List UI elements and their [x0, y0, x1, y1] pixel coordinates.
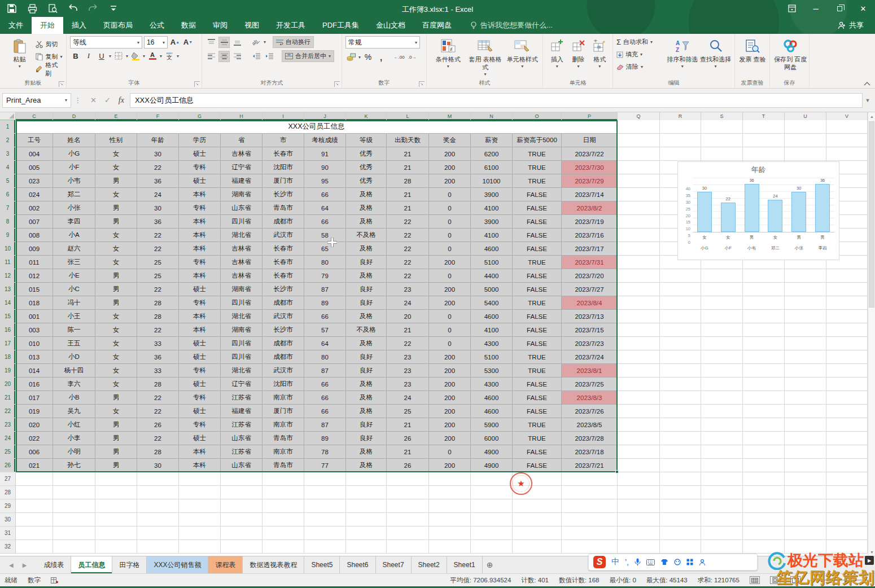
cell[interactable]: 019 [16, 405, 53, 418]
cell[interactable] [346, 499, 387, 513]
cell[interactable]: 77 [304, 459, 346, 472]
zoom-slider[interactable] [820, 580, 870, 581]
cell[interactable]: 014 [16, 364, 53, 378]
cell[interactable]: 200 [429, 161, 471, 174]
cell[interactable]: 200 [429, 296, 471, 310]
cell[interactable] [346, 526, 387, 540]
font-dialog-launcher[interactable] [194, 81, 200, 87]
row-header[interactable]: 9 [0, 229, 16, 242]
cell[interactable] [743, 283, 785, 296]
cell[interactable]: 男 [95, 283, 137, 296]
cell[interactable] [429, 526, 471, 540]
cell[interactable] [618, 215, 660, 229]
cell[interactable] [387, 499, 429, 513]
row-header[interactable]: 32 [0, 540, 16, 554]
cell[interactable]: 2023/7/29 [562, 174, 618, 188]
cell[interactable] [618, 445, 660, 459]
cell[interactable]: FALSE [513, 188, 562, 201]
cell[interactable] [262, 499, 304, 513]
cell[interactable]: 男 [95, 269, 137, 283]
decrease-indent-icon[interactable] [251, 51, 262, 62]
cell[interactable]: TRUE [513, 364, 562, 378]
ime-emoji-icon[interactable] [674, 559, 681, 565]
cell[interactable]: 4900 [471, 445, 513, 459]
cell[interactable]: 79 [304, 269, 346, 283]
cell[interactable]: 36 [137, 215, 179, 229]
cell[interactable]: 4300 [471, 337, 513, 350]
quick-print-icon[interactable] [26, 2, 38, 15]
cell[interactable]: 65 [304, 242, 346, 256]
cell[interactable]: 22 [137, 229, 179, 242]
cell[interactable]: 23 [387, 350, 429, 364]
cell[interactable]: 200 [429, 432, 471, 445]
menu-tab[interactable]: 开发工具 [268, 17, 314, 34]
cell[interactable] [262, 513, 304, 526]
tell-me-box[interactable]: 告诉我您想要做什么... [470, 17, 553, 34]
column-header[interactable]: D [53, 112, 95, 120]
cell[interactable] [618, 337, 660, 350]
cell[interactable]: 专科 [179, 256, 221, 269]
cell[interactable] [346, 513, 387, 526]
cell[interactable] [618, 229, 660, 242]
cell[interactable]: 33 [137, 364, 179, 378]
format-as-table-button[interactable]: 套用 表格格式▾ [466, 36, 505, 80]
cell[interactable] [826, 310, 868, 323]
table-header-cell[interactable]: 考核成绩 [304, 134, 346, 147]
cell[interactable]: 及格 [346, 459, 387, 472]
autosum-button[interactable]: Σ 自动求和▾ [616, 36, 666, 48]
cell[interactable] [16, 499, 53, 513]
cell[interactable]: 200 [429, 378, 471, 391]
row-header[interactable]: 16 [0, 323, 16, 337]
cell[interactable]: 青岛市 [262, 432, 304, 445]
align-right-icon[interactable] [231, 51, 243, 62]
cell[interactable] [618, 513, 660, 526]
cell[interactable]: 005 [16, 161, 53, 174]
column-header[interactable]: U [785, 112, 826, 120]
cell[interactable]: TRUE [513, 256, 562, 269]
cell[interactable]: 2023/7/28 [562, 432, 618, 445]
menu-tab[interactable]: 文件 [0, 17, 32, 34]
cell[interactable] [618, 499, 660, 513]
cell[interactable] [221, 513, 262, 526]
cell[interactable] [95, 513, 137, 526]
cell[interactable] [387, 540, 429, 554]
cell[interactable] [743, 472, 785, 486]
table-header-cell[interactable]: 薪资高于5000 [513, 134, 562, 147]
cell[interactable]: 23 [387, 283, 429, 296]
cell[interactable] [701, 513, 743, 526]
cell[interactable]: 017 [16, 391, 53, 405]
cell[interactable]: 吉林省 [221, 242, 262, 256]
sheet-tab[interactable]: Sheet2 [412, 556, 447, 573]
align-left-icon[interactable] [205, 51, 217, 62]
cell[interactable]: 湖北省 [221, 364, 262, 378]
cell[interactable]: 男 [95, 201, 137, 215]
cell[interactable]: 优秀 [346, 161, 387, 174]
cell[interactable]: 28 [137, 378, 179, 391]
decrease-decimal-icon[interactable]: .0→ [406, 51, 418, 63]
cell[interactable]: 专科 [179, 296, 221, 310]
cell[interactable]: 厦门市 [262, 174, 304, 188]
cell[interactable]: 山东省 [221, 459, 262, 472]
column-header[interactable]: M [429, 112, 471, 120]
cell[interactable]: TRUE [513, 147, 562, 161]
cell[interactable]: 良好 [346, 283, 387, 296]
cell[interactable]: 长沙市 [262, 283, 304, 296]
format-cells-button[interactable]: 格式▾ [589, 36, 610, 80]
cell[interactable]: 男 [95, 174, 137, 188]
font-size-combo[interactable]: 16▾ [144, 36, 168, 49]
bottom-align-icon[interactable] [231, 37, 243, 48]
cell[interactable] [618, 174, 660, 188]
cell[interactable]: 200 [429, 256, 471, 269]
save-icon[interactable] [6, 2, 18, 15]
clear-button[interactable]: 清除▾ [616, 61, 666, 73]
cell[interactable]: 小韦 [53, 174, 95, 188]
cell[interactable]: 4100 [471, 323, 513, 337]
cell[interactable] [16, 472, 53, 486]
cell[interactable]: 辽宁省 [221, 161, 262, 174]
cell[interactable]: 女 [95, 378, 137, 391]
cell[interactable]: 及格 [346, 269, 387, 283]
cell[interactable]: 22 [387, 256, 429, 269]
cell[interactable]: 5400 [471, 296, 513, 310]
cell[interactable]: 武汉市 [262, 364, 304, 378]
cell[interactable] [826, 472, 868, 486]
